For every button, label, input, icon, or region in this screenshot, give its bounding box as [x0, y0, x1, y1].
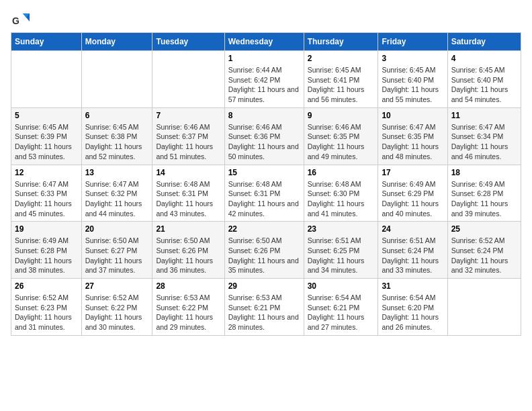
day-info: Sunrise: 6:46 AMSunset: 6:37 PMDaylight:…: [156, 122, 220, 162]
day-number: 2: [308, 54, 375, 63]
calendar-cell: 29Sunrise: 6:53 AMSunset: 6:21 PMDayligh…: [224, 279, 304, 336]
day-info: Sunrise: 6:45 AMSunset: 6:41 PMDaylight:…: [308, 65, 375, 105]
day-info: Sunrise: 6:52 AMSunset: 6:22 PMDaylight:…: [85, 293, 149, 332]
calendar-cell: 24Sunrise: 6:51 AMSunset: 6:24 PMDayligh…: [378, 222, 447, 279]
calendar-cell: [152, 51, 224, 108]
day-info: Sunrise: 6:54 AMSunset: 6:20 PMDaylight:…: [382, 293, 443, 332]
day-info: Sunrise: 6:44 AMSunset: 6:42 PMDaylight:…: [228, 65, 300, 105]
day-number: 22: [228, 224, 300, 234]
calendar-cell: 28Sunrise: 6:53 AMSunset: 6:22 PMDayligh…: [152, 279, 224, 336]
day-info: Sunrise: 6:50 AMSunset: 6:27 PMDaylight:…: [85, 236, 149, 275]
calendar-week-5: 26Sunrise: 6:52 AMSunset: 6:23 PMDayligh…: [11, 279, 521, 336]
logo-icon: G: [11, 11, 30, 30]
day-number: 20: [85, 224, 149, 234]
calendar-week-1: 1Sunrise: 6:44 AMSunset: 6:42 PMDaylight…: [11, 51, 521, 108]
weekday-header-monday: Monday: [81, 33, 152, 51]
weekday-header-row: SundayMondayTuesdayWednesdayThursdayFrid…: [11, 33, 521, 51]
day-info: Sunrise: 6:45 AMSunset: 6:38 PMDaylight:…: [85, 122, 149, 162]
calendar-cell: 9Sunrise: 6:46 AMSunset: 6:35 PMDaylight…: [304, 107, 378, 165]
day-info: Sunrise: 6:53 AMSunset: 6:21 PMDaylight:…: [228, 293, 300, 332]
calendar-cell: 12Sunrise: 6:47 AMSunset: 6:33 PMDayligh…: [11, 165, 82, 222]
svg-text:G: G: [12, 15, 19, 26]
calendar-cell: 8Sunrise: 6:46 AMSunset: 6:36 PMDaylight…: [224, 107, 304, 165]
calendar-week-3: 12Sunrise: 6:47 AMSunset: 6:33 PMDayligh…: [11, 165, 521, 222]
calendar-cell: 16Sunrise: 6:48 AMSunset: 6:30 PMDayligh…: [304, 165, 378, 222]
day-info: Sunrise: 6:50 AMSunset: 6:26 PMDaylight:…: [156, 236, 220, 275]
page-header: G: [11, 11, 521, 30]
day-info: Sunrise: 6:52 AMSunset: 6:23 PMDaylight:…: [15, 293, 78, 332]
calendar-table: SundayMondayTuesdayWednesdayThursdayFrid…: [11, 32, 521, 336]
calendar-cell: 30Sunrise: 6:54 AMSunset: 6:21 PMDayligh…: [304, 279, 378, 336]
calendar-cell: 18Sunrise: 6:49 AMSunset: 6:28 PMDayligh…: [447, 165, 521, 222]
day-number: 30: [308, 281, 375, 291]
day-number: 25: [451, 224, 517, 234]
day-info: Sunrise: 6:47 AMSunset: 6:32 PMDaylight:…: [85, 179, 149, 219]
weekday-header-wednesday: Wednesday: [224, 33, 304, 51]
day-info: Sunrise: 6:47 AMSunset: 6:34 PMDaylight:…: [451, 122, 517, 162]
day-info: Sunrise: 6:45 AMSunset: 6:40 PMDaylight:…: [451, 65, 517, 105]
calendar-cell: 11Sunrise: 6:47 AMSunset: 6:34 PMDayligh…: [447, 107, 521, 165]
day-info: Sunrise: 6:46 AMSunset: 6:35 PMDaylight:…: [308, 122, 375, 162]
calendar-cell: 26Sunrise: 6:52 AMSunset: 6:23 PMDayligh…: [11, 279, 82, 336]
day-info: Sunrise: 6:45 AMSunset: 6:39 PMDaylight:…: [15, 122, 78, 162]
weekday-header-friday: Friday: [378, 33, 447, 51]
calendar-cell: 5Sunrise: 6:45 AMSunset: 6:39 PMDaylight…: [11, 107, 82, 165]
day-number: 29: [228, 281, 300, 291]
day-number: 27: [85, 281, 149, 291]
calendar-cell: 17Sunrise: 6:49 AMSunset: 6:29 PMDayligh…: [378, 165, 447, 222]
day-number: 3: [382, 54, 443, 63]
day-info: Sunrise: 6:54 AMSunset: 6:21 PMDaylight:…: [308, 293, 375, 332]
day-number: 16: [308, 168, 375, 177]
day-number: 21: [156, 224, 220, 234]
day-info: Sunrise: 6:49 AMSunset: 6:29 PMDaylight:…: [382, 179, 443, 219]
day-info: Sunrise: 6:49 AMSunset: 6:28 PMDaylight:…: [451, 179, 517, 219]
calendar-cell: 13Sunrise: 6:47 AMSunset: 6:32 PMDayligh…: [81, 165, 152, 222]
calendar-cell: 6Sunrise: 6:45 AMSunset: 6:38 PMDaylight…: [81, 107, 152, 165]
day-number: 23: [308, 224, 375, 234]
day-number: 11: [451, 111, 517, 120]
day-info: Sunrise: 6:53 AMSunset: 6:22 PMDaylight:…: [156, 293, 220, 332]
calendar-cell: 22Sunrise: 6:50 AMSunset: 6:26 PMDayligh…: [224, 222, 304, 279]
calendar-body: 1Sunrise: 6:44 AMSunset: 6:42 PMDaylight…: [11, 51, 521, 336]
day-number: 28: [156, 281, 220, 291]
weekday-header-sunday: Sunday: [11, 33, 82, 51]
calendar-cell: 3Sunrise: 6:45 AMSunset: 6:40 PMDaylight…: [378, 51, 447, 108]
day-number: 9: [308, 111, 375, 120]
day-info: Sunrise: 6:48 AMSunset: 6:30 PMDaylight:…: [308, 179, 375, 219]
day-info: Sunrise: 6:51 AMSunset: 6:25 PMDaylight:…: [308, 236, 375, 275]
calendar-cell: 31Sunrise: 6:54 AMSunset: 6:20 PMDayligh…: [378, 279, 447, 336]
day-number: 13: [85, 168, 149, 177]
day-info: Sunrise: 6:47 AMSunset: 6:35 PMDaylight:…: [382, 122, 443, 162]
logo: G: [11, 11, 31, 30]
day-info: Sunrise: 6:45 AMSunset: 6:40 PMDaylight:…: [382, 65, 443, 105]
calendar-cell: [11, 51, 82, 108]
calendar-cell: 15Sunrise: 6:48 AMSunset: 6:31 PMDayligh…: [224, 165, 304, 222]
day-number: 19: [15, 224, 78, 234]
day-info: Sunrise: 6:50 AMSunset: 6:26 PMDaylight:…: [228, 236, 300, 275]
calendar-cell: 2Sunrise: 6:45 AMSunset: 6:41 PMDaylight…: [304, 51, 378, 108]
weekday-header-tuesday: Tuesday: [152, 33, 224, 51]
calendar-cell: 14Sunrise: 6:48 AMSunset: 6:31 PMDayligh…: [152, 165, 224, 222]
day-info: Sunrise: 6:52 AMSunset: 6:24 PMDaylight:…: [451, 236, 517, 275]
calendar-cell: 4Sunrise: 6:45 AMSunset: 6:40 PMDaylight…: [447, 51, 521, 108]
day-info: Sunrise: 6:48 AMSunset: 6:31 PMDaylight:…: [156, 179, 220, 219]
calendar-cell: 1Sunrise: 6:44 AMSunset: 6:42 PMDaylight…: [224, 51, 304, 108]
day-info: Sunrise: 6:47 AMSunset: 6:33 PMDaylight:…: [15, 179, 78, 219]
day-info: Sunrise: 6:49 AMSunset: 6:28 PMDaylight:…: [15, 236, 78, 275]
calendar-cell: [447, 279, 521, 336]
day-number: 4: [451, 54, 517, 63]
day-info: Sunrise: 6:48 AMSunset: 6:31 PMDaylight:…: [228, 179, 300, 219]
weekday-header-saturday: Saturday: [447, 33, 521, 51]
day-number: 17: [382, 168, 443, 177]
calendar-cell: 23Sunrise: 6:51 AMSunset: 6:25 PMDayligh…: [304, 222, 378, 279]
day-info: Sunrise: 6:51 AMSunset: 6:24 PMDaylight:…: [382, 236, 443, 275]
day-info: Sunrise: 6:46 AMSunset: 6:36 PMDaylight:…: [228, 122, 300, 162]
day-number: 14: [156, 168, 220, 177]
calendar-cell: 21Sunrise: 6:50 AMSunset: 6:26 PMDayligh…: [152, 222, 224, 279]
day-number: 5: [15, 111, 78, 120]
day-number: 1: [228, 54, 300, 63]
calendar-cell: 7Sunrise: 6:46 AMSunset: 6:37 PMDaylight…: [152, 107, 224, 165]
calendar-cell: [81, 51, 152, 108]
day-number: 12: [15, 168, 78, 177]
day-number: 8: [228, 111, 300, 120]
